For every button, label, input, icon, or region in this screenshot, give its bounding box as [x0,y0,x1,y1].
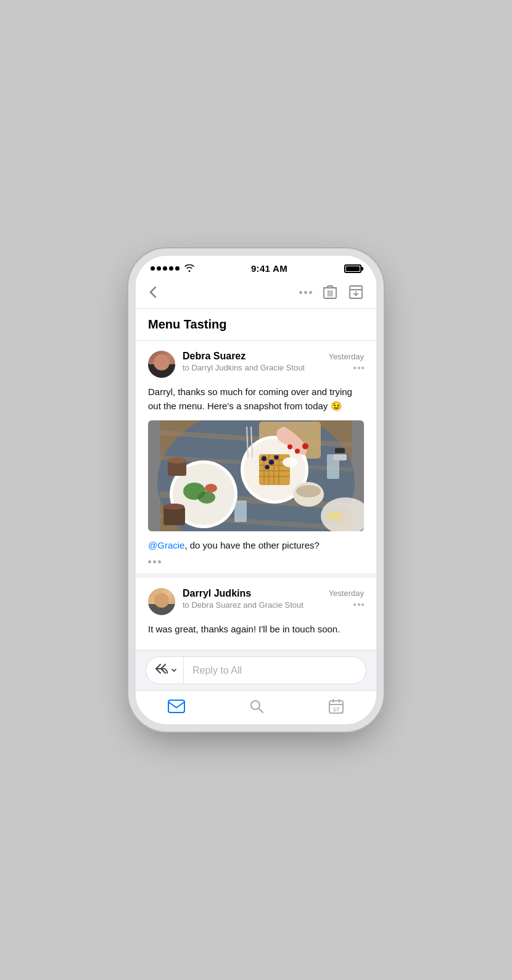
email-more-2[interactable] [353,603,364,606]
email-body-mention: @Gracie, do you have the other pictures? [148,539,364,553]
email-time-1: Yesterday [329,352,364,361]
more-options-button[interactable] [299,291,312,294]
wifi-icon [184,264,194,274]
signal-dot-1 [151,266,155,271]
trash-button[interactable] [322,284,338,301]
email-meta-1: Debra Suarez Yesterday to Darryl Judkins… [183,351,364,372]
svg-point-41 [296,485,321,497]
tab-bar: 17 [136,690,376,724]
food-image-svg [148,420,364,531]
status-bar: 9:41 AM [136,256,376,279]
tab-mail[interactable] [155,697,197,716]
svg-point-29 [283,457,297,467]
svg-line-56 [259,709,263,713]
email-card-2: Darryl Judkins Yesterday to Debra Suarez… [136,578,376,650]
signal-dot-5 [175,266,180,271]
email-thread[interactable]: Debra Suarez Yesterday to Darryl Judkins… [136,341,376,650]
svg-point-46 [287,444,292,449]
expand-dots-1[interactable] [148,560,364,563]
svg-rect-54 [168,700,184,713]
svg-text:17: 17 [333,706,339,713]
subject-bar: Menu Tasting [136,309,376,341]
email-attachment-image[interactable] [148,420,364,531]
tab-calendar[interactable]: 17 [316,696,357,717]
svg-point-25 [262,456,266,461]
svg-point-39 [163,504,184,510]
email-body-after-mention: , do you have the other pictures? [184,540,319,550]
svg-point-35 [205,484,217,492]
reply-input-row: Reply to All [146,656,366,684]
signal-dot-2 [157,266,161,271]
email-meta-2: Darryl Judkins Yesterday to Debra Suarez… [183,588,364,610]
svg-point-45 [295,449,300,454]
svg-point-33 [198,491,215,504]
email-more-1[interactable] [353,367,364,369]
status-left [151,264,194,274]
email-header-1: Debra Suarez Yesterday to Darryl Judkins… [148,351,364,378]
email-card-1: Debra Suarez Yesterday to Darryl Judkins… [136,341,376,573]
email-body-text-1: Darryl, thanks so much for coming over a… [148,386,352,411]
battery-indicator [344,264,361,273]
status-time: 9:41 AM [251,263,287,274]
email-recipients-2: to Debra Suarez and Gracie Stout [183,600,303,610]
tab-search[interactable] [237,696,276,716]
avatar-darryl [148,588,175,615]
sender-name-2: Darryl Judkins [183,588,251,599]
battery-fill [346,266,360,271]
email-header-2: Darryl Judkins Yesterday to Debra Suarez… [148,588,364,615]
reply-all-button[interactable] [146,657,184,684]
email-body-text-2: It was great, thanks again! I'll be in t… [148,624,340,634]
email-time-2: Yesterday [329,589,364,598]
reply-placeholder-text[interactable]: Reply to All [184,659,366,682]
svg-rect-52 [327,512,342,521]
archive-button[interactable] [348,284,364,300]
email-body-1: Darryl, thanks so much for coming over a… [148,385,364,413]
reply-arrow-icon [155,663,168,677]
svg-point-27 [265,465,270,470]
reply-chevron-icon [171,666,177,675]
email-recipients-1: to Darryl Judkins and Gracie Stout [183,363,305,372]
svg-point-37 [168,457,186,463]
svg-point-28 [275,455,279,460]
email-subject: Menu Tasting [148,317,226,331]
back-button[interactable] [148,285,158,300]
nav-bar [136,279,376,309]
sender-name-1: Debra Suarez [183,351,246,362]
svg-point-44 [302,443,308,449]
email-body-2: It was great, thanks again! I'll be in t… [148,623,364,637]
svg-point-26 [269,460,274,465]
svg-rect-43 [234,500,247,522]
svg-rect-47 [333,454,347,460]
nav-actions [299,284,364,301]
avatar-debra [148,351,175,378]
svg-rect-48 [335,448,345,453]
signal-dot-4 [169,266,173,271]
phone-frame: 9:41 AM [136,256,376,724]
signal-strength [151,266,180,271]
battery-icon [344,264,361,273]
mention-gracie[interactable]: @Gracie [148,540,184,550]
signal-dot-3 [163,266,167,271]
reply-bar: Reply to All [136,650,376,690]
